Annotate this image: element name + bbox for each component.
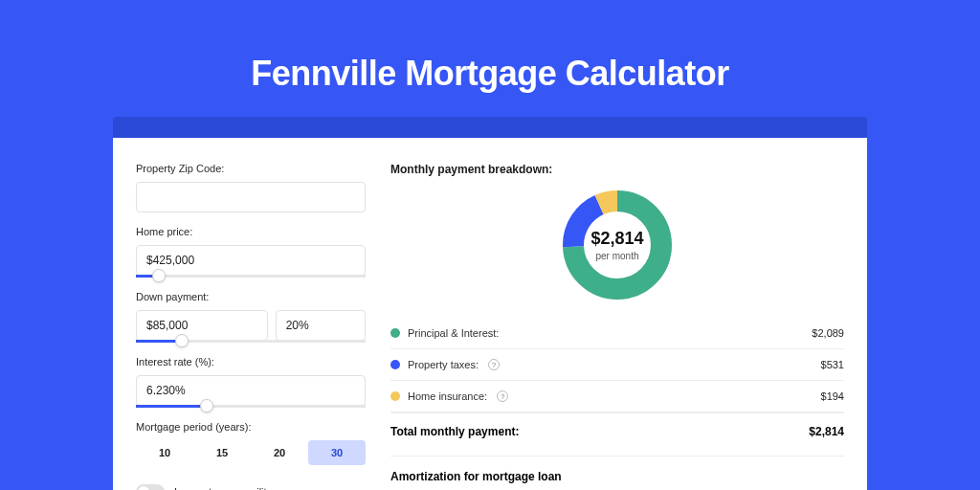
zip-input[interactable] [136,182,366,212]
donut-amount: $2,814 [590,229,643,249]
down-payment-field-group: Down payment: [136,291,366,343]
legend-row-taxes: Property taxes: ? $531 [390,349,844,381]
dot-icon-insurance [390,391,400,401]
veteran-toggle-label: I am veteran or military [174,486,281,490]
period-option-30[interactable]: 30 [308,440,366,465]
total-row: Total monthly payment: $2,814 [390,412,844,456]
legend-left-insurance: Home insurance: ? [390,390,508,402]
legend-row-insurance: Home insurance: ? $194 [390,381,844,412]
down-payment-slider[interactable] [136,340,366,343]
zip-label: Property Zip Code: [136,163,366,174]
legend-left-principal: Principal & Interest: [390,327,499,339]
down-payment-pct-input[interactable] [276,310,366,341]
period-label: Mortgage period (years): [136,421,366,433]
interest-rate-input[interactable] [136,375,366,406]
legend-label-insurance: Home insurance: [408,390,487,402]
breakdown-title: Monthly payment breakdown: [390,163,844,176]
dot-icon-taxes [390,360,400,369]
interest-rate-slider[interactable] [136,405,366,408]
breakdown-column: Monthly payment breakdown: $2,814 per mo… [390,163,844,490]
donut-center: $2,814 per month [560,188,675,302]
donut-chart-wrap: $2,814 per month [390,188,844,302]
home-price-slider-thumb[interactable] [152,269,166,282]
interest-rate-field-group: Interest rate (%): [136,356,366,408]
veteran-toggle[interactable] [136,484,165,490]
legend-row-principal: Principal & Interest: $2,089 [390,318,844,349]
down-payment-label: Down payment: [136,291,366,302]
panel-header-bar [113,117,867,138]
interest-rate-label: Interest rate (%): [136,356,366,368]
period-field-group: Mortgage period (years): 10 15 20 30 [136,421,366,465]
calculator-card: Property Zip Code: Home price: Down paym… [113,138,867,490]
legend-left-taxes: Property taxes: ? [390,359,500,370]
period-option-20[interactable]: 20 [251,440,308,465]
veteran-toggle-knob [138,486,149,490]
donut-chart: $2,814 per month [560,188,675,302]
home-price-label: Home price: [136,226,366,237]
donut-sub: per month [595,251,638,261]
total-label: Total monthly payment: [390,425,519,438]
home-price-slider[interactable] [136,275,366,278]
period-options: 10 15 20 30 [136,440,366,465]
home-price-input[interactable] [136,245,366,276]
legend-value-principal: $2,089 [812,327,844,339]
veteran-toggle-row: I am veteran or military [136,484,366,490]
down-payment-slider-thumb[interactable] [175,334,189,347]
inputs-column: Property Zip Code: Home price: Down paym… [136,163,366,490]
period-option-15[interactable]: 15 [193,440,251,465]
interest-rate-slider-thumb[interactable] [200,399,213,412]
period-option-10[interactable]: 10 [136,440,193,465]
legend-value-insurance: $194 [821,390,844,402]
total-value: $2,814 [809,425,844,438]
section-divider [390,456,844,457]
home-price-field-group: Home price: [136,226,366,278]
amortization-title: Amortization for mortgage loan [390,470,844,483]
dot-icon-principal [390,328,400,338]
page-title: Fennville Mortgage Calculator [0,0,980,117]
zip-field-group: Property Zip Code: [136,163,366,212]
interest-rate-slider-fill [136,405,207,408]
legend-label-principal: Principal & Interest: [408,327,499,339]
down-payment-input[interactable] [136,310,268,341]
legend-label-taxes: Property taxes: [408,359,479,370]
down-payment-row [136,310,366,341]
legend-value-taxes: $531 [821,359,844,370]
info-icon[interactable]: ? [497,390,508,402]
info-icon[interactable]: ? [488,359,500,370]
